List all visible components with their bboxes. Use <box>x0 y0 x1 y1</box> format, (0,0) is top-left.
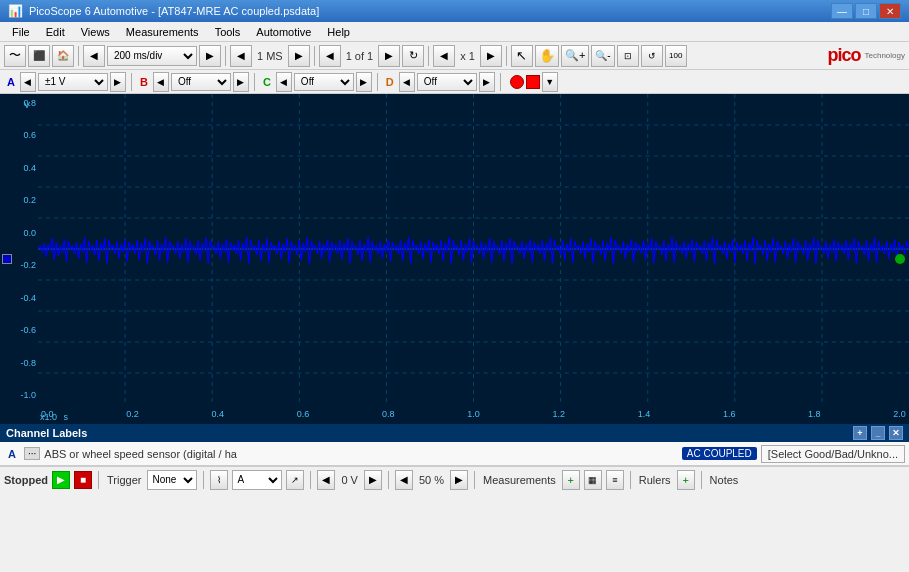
zoom-in-btn[interactable]: 🔍+ <box>561 45 589 67</box>
channel-info-select[interactable]: [Select Good/Bad/Unkno... <box>761 445 905 463</box>
x-label-08: 0.8 <box>382 409 395 419</box>
trigger-ch-select[interactable]: A <box>232 470 282 490</box>
cursor-btn[interactable]: ↖ <box>511 45 533 67</box>
sample-next-btn[interactable]: ▶ <box>288 45 310 67</box>
x-label-14: 1.4 <box>638 409 651 419</box>
sep-d-rec <box>500 73 501 91</box>
x-axis-labels: 0.0 0.2 0.4 0.6 0.8 1.0 1.2 1.4 1.6 1.8 … <box>38 404 909 424</box>
record-dropdown[interactable]: ▼ <box>542 72 558 92</box>
x-label-06: 0.6 <box>297 409 310 419</box>
channel-info-dots[interactable]: ··· <box>24 447 40 460</box>
ch-d-next[interactable]: ▶ <box>479 72 495 92</box>
channel-labels-controls: + _ ✕ <box>853 426 903 440</box>
channel-info-label: ABS or wheel speed sensor (digital / ha <box>44 448 677 460</box>
y-label-00: 0.0 <box>2 228 36 238</box>
time-next-btn[interactable]: ▶ <box>199 45 221 67</box>
panel-close-btn[interactable]: ✕ <box>889 426 903 440</box>
home-btn[interactable]: 🏠 <box>52 45 74 67</box>
trigger-select[interactable]: None <box>147 470 197 490</box>
rulers-add-btn[interactable]: + <box>677 470 695 490</box>
menu-edit[interactable]: Edit <box>38 24 73 40</box>
x-label-12: 1.2 <box>552 409 565 419</box>
zoom-reset-btn[interactable]: ↺ <box>641 45 663 67</box>
trigger-mode-btn[interactable]: ↗ <box>286 470 304 490</box>
x-label-20: 2.0 <box>893 409 906 419</box>
menu-tools[interactable]: Tools <box>207 24 249 40</box>
stop-button[interactable]: ■ <box>74 471 92 489</box>
ch-b-prev[interactable]: ◀ <box>153 72 169 92</box>
title-bar: 📊 PicoScope 6 Automotive - [AT847-MRE AC… <box>0 0 909 22</box>
sep-status5 <box>474 471 475 489</box>
page-next-btn[interactable]: ▶ <box>378 45 400 67</box>
voltage-next-btn[interactable]: ▶ <box>364 470 382 490</box>
measurements-add-btn[interactable]: + <box>562 470 580 490</box>
pct-next-btn[interactable]: ▶ <box>450 470 468 490</box>
sample-prev-btn[interactable]: ◀ <box>230 45 252 67</box>
ch-c-next[interactable]: ▶ <box>356 72 372 92</box>
panel-minimize-btn[interactable]: _ <box>871 426 885 440</box>
page-prev-btn[interactable]: ◀ <box>319 45 341 67</box>
ch-a-next[interactable]: ▶ <box>110 72 126 92</box>
time-prev-btn[interactable]: ◀ <box>83 45 105 67</box>
ch-d-prev[interactable]: ◀ <box>399 72 415 92</box>
zoom-prev-btn[interactable]: ◀ <box>433 45 455 67</box>
sep5 <box>506 46 507 66</box>
channel-b-label: B <box>137 76 151 88</box>
measurements-btn2[interactable]: ▦ <box>584 470 602 490</box>
maximize-button[interactable]: □ <box>855 3 877 19</box>
menu-automotive[interactable]: Automotive <box>248 24 319 40</box>
sep-b-c <box>254 73 255 91</box>
ch-c-prev[interactable]: ◀ <box>276 72 292 92</box>
sep-c-d <box>377 73 378 91</box>
ch-a-prev[interactable]: ◀ <box>20 72 36 92</box>
zoom-next-btn[interactable]: ▶ <box>480 45 502 67</box>
panel-plus-btn[interactable]: + <box>853 426 867 440</box>
stop-icon-btn[interactable]: ⬛ <box>28 45 50 67</box>
ch-c-coupling-select[interactable]: Off <box>294 73 354 91</box>
time-div-select[interactable]: 200 ms/div <box>107 46 197 66</box>
waveform-icon-btn[interactable]: 〜 <box>4 45 26 67</box>
sep-status7 <box>701 471 702 489</box>
channel-toolbar: A ◀ ±1 V ▶ B ◀ Off ▶ C ◀ Off ▶ D ◀ Off ▶… <box>0 70 909 94</box>
main-toolbar: 〜 ⬛ 🏠 ◀ 200 ms/div ▶ ◀ 1 MS ▶ ◀ 1 of 1 ▶… <box>0 42 909 70</box>
sep-status2 <box>203 471 204 489</box>
menu-file[interactable]: File <box>4 24 38 40</box>
channel-d-label: D <box>383 76 397 88</box>
y-label-neg04: -0.4 <box>2 293 36 303</box>
menu-measurements[interactable]: Measurements <box>118 24 207 40</box>
trigger-shape-btn[interactable]: ⌇ <box>210 470 228 490</box>
channel-info-badge: AC COUPLED <box>682 447 757 460</box>
zoom-fit-btn[interactable]: ⊡ <box>617 45 639 67</box>
sep-status6 <box>630 471 631 489</box>
zoom-out-btn[interactable]: 🔍- <box>591 45 614 67</box>
play-button[interactable]: ▶ <box>52 471 70 489</box>
measurements-label: Measurements <box>481 474 558 486</box>
channel-info-ch: A <box>4 448 20 460</box>
channel-a-marker[interactable] <box>2 254 12 264</box>
sep3 <box>314 46 315 66</box>
menu-views[interactable]: Views <box>73 24 118 40</box>
minimize-button[interactable]: — <box>831 3 853 19</box>
channel-labels-header: Channel Labels + _ ✕ <box>0 424 909 442</box>
sep4 <box>428 46 429 66</box>
sample-rate-label: 1 MS <box>254 50 286 62</box>
ch-d-coupling-select[interactable]: Off <box>417 73 477 91</box>
hand-btn[interactable]: ✋ <box>535 45 559 67</box>
measurements-btn3[interactable]: ≡ <box>606 470 624 490</box>
y-axis-labels: 0.8 0.6 0.4 0.2 0.0 -0.2 -0.4 -0.6 -0.8 … <box>0 94 38 404</box>
menu-help[interactable]: Help <box>319 24 358 40</box>
y-label-neg08: -0.8 <box>2 358 36 368</box>
page-label: 1 of 1 <box>343 50 377 62</box>
refresh-btn[interactable]: ↻ <box>402 45 424 67</box>
pct-prev-btn[interactable]: ◀ <box>395 470 413 490</box>
zoom-scale-label: x1.0 s <box>40 412 68 422</box>
voltage-prev-btn[interactable]: ◀ <box>317 470 335 490</box>
ch-b-next[interactable]: ▶ <box>233 72 249 92</box>
channel-c-label: C <box>260 76 274 88</box>
zoom-100-btn[interactable]: 100 <box>665 45 687 67</box>
rulers-label: Rulers <box>637 474 673 486</box>
sep-status1 <box>98 471 99 489</box>
ch-a-range-select[interactable]: ±1 V <box>38 73 108 91</box>
ch-b-coupling-select[interactable]: Off <box>171 73 231 91</box>
close-button[interactable]: ✕ <box>879 3 901 19</box>
